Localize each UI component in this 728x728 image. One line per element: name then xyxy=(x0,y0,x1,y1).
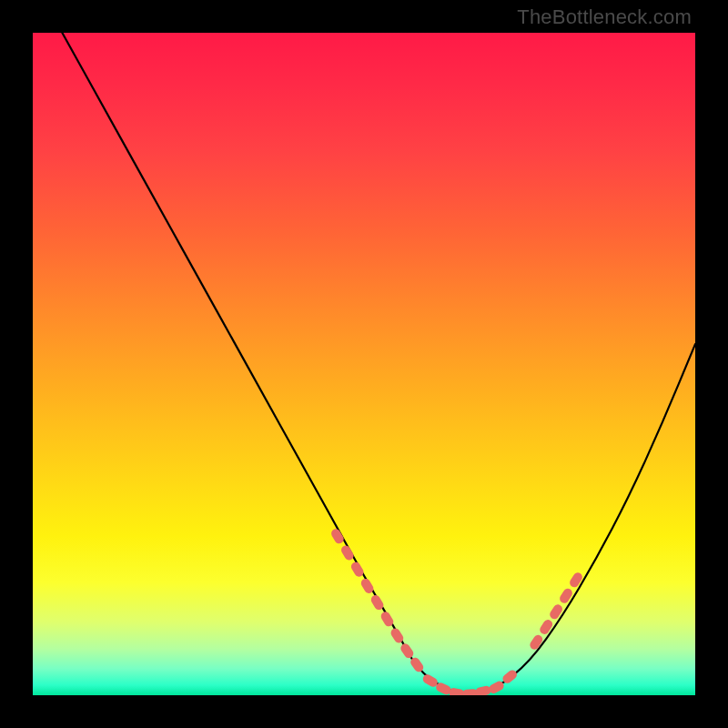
curve-marker xyxy=(399,642,415,660)
marker-cluster-left xyxy=(329,527,425,673)
marker-cluster-trough xyxy=(421,668,519,695)
curve-marker xyxy=(528,633,544,652)
curve-marker xyxy=(339,544,355,562)
chart-plot-area xyxy=(33,33,695,695)
bottleneck-curve-line xyxy=(33,33,695,693)
curve-marker xyxy=(475,685,492,695)
curve-marker xyxy=(568,571,583,589)
marker-cluster-right xyxy=(528,571,583,651)
chart-svg xyxy=(33,33,695,695)
curve-marker xyxy=(349,561,365,579)
curve-path xyxy=(33,33,695,693)
curve-marker xyxy=(538,618,554,636)
watermark-text: TheBottleneck.com xyxy=(517,5,692,29)
curve-marker xyxy=(548,602,564,621)
